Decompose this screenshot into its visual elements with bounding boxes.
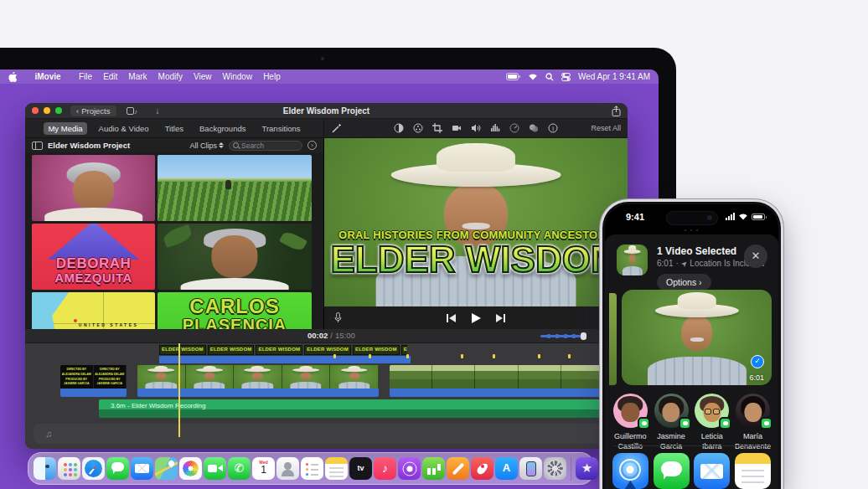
minimize-window-button[interactable] bbox=[44, 107, 50, 114]
search-field[interactable] bbox=[229, 141, 302, 151]
dock-music-icon[interactable]: ♪ bbox=[374, 457, 396, 480]
stabilization-icon[interactable] bbox=[452, 123, 462, 133]
volume-icon[interactable] bbox=[471, 123, 481, 133]
zoom-window-button[interactable] bbox=[55, 107, 62, 114]
dock-safari-icon[interactable] bbox=[82, 457, 105, 480]
clip-thumbnail-portrait-foliage[interactable] bbox=[158, 224, 312, 290]
farm-clip-audio-bar[interactable] bbox=[390, 389, 604, 397]
close-window-button[interactable] bbox=[32, 107, 39, 114]
menu-window[interactable]: Window bbox=[223, 72, 253, 81]
playhead[interactable] bbox=[178, 343, 180, 437]
battery-icon[interactable] bbox=[506, 73, 520, 80]
filters-icon[interactable] bbox=[529, 123, 539, 133]
dock-tv-icon[interactable]: tv bbox=[349, 457, 372, 480]
info-icon[interactable]: i bbox=[548, 123, 558, 133]
selected-video-card[interactable]: ✓ 6:01 bbox=[622, 290, 772, 385]
play-icon[interactable] bbox=[471, 313, 481, 323]
menu-modify[interactable]: Modify bbox=[158, 72, 183, 81]
crop-icon[interactable] bbox=[432, 123, 442, 133]
share-options-button[interactable]: Options › bbox=[657, 274, 711, 291]
back-to-projects-button[interactable]: ‹Projects bbox=[70, 106, 116, 116]
clip-thumbnail-portrait-pink[interactable] bbox=[32, 155, 155, 221]
dock-maps-icon[interactable] bbox=[155, 457, 178, 480]
next-frame-icon[interactable] bbox=[496, 314, 505, 322]
airdrop-contact-jasmine[interactable]: JasmineGarcia bbox=[651, 394, 691, 451]
airdrop-contact-guillermo[interactable]: GuillermoCastillo bbox=[610, 394, 650, 451]
dock-numbers-icon[interactable] bbox=[422, 457, 445, 480]
tab-my-media[interactable]: My Media bbox=[44, 122, 86, 135]
dock-phone-icon[interactable]: ✆ bbox=[228, 457, 251, 480]
dock-notes-icon[interactable] bbox=[325, 457, 348, 480]
elder-clip-audio-bar[interactable] bbox=[137, 389, 379, 397]
clip-thumbnail-farm-field[interactable] bbox=[158, 155, 312, 221]
airdrop-contact-leticia[interactable]: LeticiaIbarra bbox=[692, 394, 732, 451]
enhance-wand-icon[interactable] bbox=[331, 123, 342, 134]
audio-recording-clip[interactable]: 3.6m - Elder Wisdom Recording bbox=[99, 399, 610, 418]
dock-reminders-icon[interactable] bbox=[301, 457, 323, 480]
dock-finder-icon[interactable] bbox=[34, 457, 56, 480]
search-icon[interactable] bbox=[545, 73, 554, 81]
background-music-well[interactable]: ♫ bbox=[34, 424, 628, 444]
dock-contacts-icon[interactable] bbox=[276, 457, 299, 480]
wifi-icon[interactable] bbox=[528, 73, 538, 80]
menu-edit[interactable]: Edit bbox=[103, 72, 117, 81]
timeline-zoom-slider[interactable] bbox=[540, 335, 584, 337]
color-balance-icon[interactable] bbox=[394, 123, 404, 133]
menu-file[interactable]: File bbox=[79, 72, 92, 81]
previous-frame-icon[interactable] bbox=[447, 314, 456, 322]
tab-backgrounds[interactable]: Backgrounds bbox=[195, 122, 250, 135]
clip-thumbnail-carlos-title-card[interactable]: CARLOS PLASENCIA bbox=[158, 292, 312, 329]
dock-mail-icon[interactable] bbox=[131, 457, 153, 480]
tab-titles[interactable]: Titles bbox=[161, 122, 188, 135]
tab-transitions[interactable]: Transitions bbox=[257, 122, 304, 135]
sidebar-toggle-icon[interactable] bbox=[32, 142, 43, 150]
dock-rocket-icon[interactable] bbox=[471, 457, 493, 480]
dock-podcasts-icon[interactable] bbox=[398, 457, 421, 480]
noise-reduction-icon[interactable] bbox=[490, 123, 500, 133]
clip-filter-dropdown[interactable]: All Clips bbox=[189, 142, 224, 150]
elder-interview-clip[interactable] bbox=[137, 365, 379, 389]
dock-photos-icon[interactable] bbox=[179, 457, 202, 480]
color-correction-icon[interactable] bbox=[413, 123, 423, 133]
apple-menu-icon[interactable] bbox=[8, 72, 17, 82]
menu-mark[interactable]: Mark bbox=[128, 72, 147, 81]
search-input[interactable] bbox=[241, 142, 298, 150]
farm-broll-clip[interactable] bbox=[390, 365, 604, 389]
speed-icon[interactable] bbox=[509, 123, 519, 133]
zoom-slider-knob[interactable] bbox=[581, 332, 586, 340]
menu-imovie[interactable]: iMovie bbox=[28, 72, 68, 81]
share-app-messages[interactable]: Messages bbox=[651, 453, 691, 489]
share-sheet: 1 Video Selected 6:01 · ➤ Location Is In… bbox=[605, 234, 778, 489]
dock-pages-icon[interactable] bbox=[447, 457, 469, 480]
notes-icon bbox=[735, 453, 771, 489]
share-app-notes[interactable]: Notes bbox=[733, 453, 773, 489]
share-icon[interactable] bbox=[612, 106, 621, 116]
title-clip-bar[interactable] bbox=[159, 356, 411, 363]
media-import-icon[interactable]: ♪ bbox=[127, 106, 137, 116]
dock-appstore-icon[interactable]: A bbox=[495, 457, 518, 480]
menu-bar-clock[interactable]: Wed Apr 1 9:41 AM bbox=[578, 72, 650, 81]
dock-messages-icon[interactable] bbox=[106, 457, 129, 480]
clip-thumbnail-us-map[interactable]: UNITED STATES bbox=[32, 292, 155, 329]
dock-imovie-icon[interactable]: ★ bbox=[576, 457, 598, 480]
dock-facetime-icon[interactable] bbox=[204, 457, 226, 480]
download-arrow-icon[interactable]: ↓ bbox=[156, 106, 160, 116]
credits-clip-audio-bar[interactable] bbox=[60, 389, 127, 397]
airdrop-contact-maria[interactable]: MaríaBenavente bbox=[733, 394, 773, 451]
menu-help[interactable]: Help bbox=[263, 72, 281, 81]
dock-launchpad-icon[interactable] bbox=[58, 457, 80, 480]
dock-calendar-icon[interactable]: Wed1 bbox=[252, 457, 275, 480]
dock-settings-icon[interactable] bbox=[544, 457, 566, 480]
control-center-icon[interactable] bbox=[561, 73, 571, 81]
browser-forward-icon[interactable]: › bbox=[307, 141, 317, 150]
media-browser: Elder Wisdom Project All Clips › bbox=[25, 138, 324, 329]
dock-mirroring-icon[interactable] bbox=[519, 457, 542, 480]
clip-thumbnail-deborah-title-card[interactable]: DEBORAH AMÉZQUITA bbox=[32, 224, 155, 290]
menu-view[interactable]: View bbox=[194, 72, 212, 81]
reset-all-button[interactable]: Reset All bbox=[591, 124, 621, 132]
credits-clip[interactable]: DIRECTED BYALEJANDRA DELAMPRODUCED BYJAS… bbox=[60, 365, 127, 389]
share-app-mail[interactable]: Mail bbox=[692, 453, 732, 489]
tab-audio-video[interactable]: Audio & Video bbox=[95, 122, 153, 135]
share-app-airdrop[interactable]: AirDrop bbox=[610, 453, 650, 489]
close-share-sheet-button[interactable]: ✕ bbox=[744, 244, 767, 268]
